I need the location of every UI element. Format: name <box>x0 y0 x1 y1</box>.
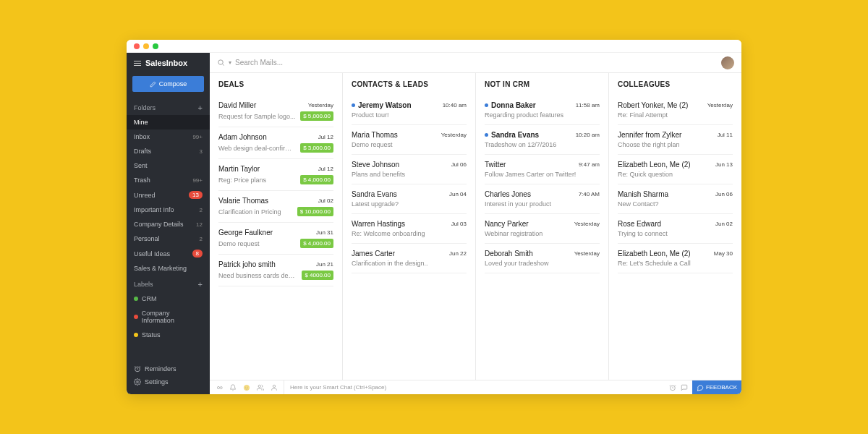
folder-badge: 8 <box>192 250 203 258</box>
mail-subject: Product tour! <box>352 111 389 119</box>
feedback-button[interactable]: FEEDBACK <box>692 380 741 395</box>
chat-icon[interactable] <box>681 384 688 391</box>
mail-sender: Deborah Smith <box>485 250 533 258</box>
folder-item[interactable]: Mine <box>127 115 210 129</box>
maximize-dot[interactable] <box>153 43 158 49</box>
mail-card[interactable]: Patrick joho smithJun 21Need business ca… <box>218 255 333 286</box>
person-icon[interactable] <box>271 384 278 391</box>
folder-item[interactable]: Sent <box>127 158 210 173</box>
emoji-icon[interactable] <box>243 384 250 391</box>
close-dot[interactable] <box>134 43 140 49</box>
folder-badge: 2 <box>200 236 203 242</box>
mail-subject: Clarification in Pricing <box>218 208 281 216</box>
mail-subject: Re: Welcome onboarding <box>352 230 425 237</box>
folder-item[interactable]: Important Info2 <box>127 203 210 217</box>
mail-card[interactable]: Warren HastingsJul 03Re: Welcome onboard… <box>352 214 467 244</box>
mail-card[interactable]: Charles Jones7:40 AMInterest in your pro… <box>485 184 600 214</box>
mail-card[interactable]: Twitter9:47 amFollow James Carter on Twi… <box>485 155 600 184</box>
mail-card[interactable]: Elizabeth Leon, Me (2)May 30Re: Let's Sc… <box>618 244 733 273</box>
people-icon[interactable] <box>257 384 264 391</box>
mail-subject: Need business cards desi... <box>218 272 297 279</box>
mail-sender: Jeremy Watson <box>352 101 412 109</box>
mail-subject: Loved your tradeshow <box>485 260 549 267</box>
feedback-icon <box>697 384 704 391</box>
infinity-icon[interactable] <box>216 384 223 391</box>
mail-card[interactable]: Robert Yonker, Me (2)YesterdayRe: Final … <box>618 95 733 125</box>
folder-item[interactable]: Inbox99+ <box>127 129 210 144</box>
mail-card[interactable]: Maria ThomasYesterdayDemo request <box>352 125 467 155</box>
mail-card[interactable]: Sandra EvansJun 04Latest upgrade? <box>352 184 467 214</box>
mail-subject: Webinar registration <box>485 230 542 237</box>
unread-dot <box>352 103 355 107</box>
folder-item[interactable]: Sales & Marketing <box>127 261 210 276</box>
search-input[interactable]: ▾ Search Mails... <box>217 59 717 67</box>
user-avatar[interactable] <box>721 56 734 69</box>
mail-card[interactable]: Donna Baker11:58 amRegarding product fea… <box>485 95 600 125</box>
folder-name: Unreed <box>134 192 156 199</box>
reminders-link[interactable]: Reminders <box>134 362 203 375</box>
mail-card[interactable]: David MillerYesterdayRequest for Sample … <box>218 95 333 127</box>
mail-card[interactable]: Rose EdwardJun 02Trying to connect <box>618 214 733 244</box>
mail-subject: Re: Let's Schedule a Call <box>618 260 691 267</box>
mail-card[interactable]: Sandra Evans10:20 amTradeshow on 12/7/20… <box>485 125 600 155</box>
label-item[interactable]: Company Information <box>127 306 210 328</box>
label-item[interactable]: CRM <box>127 292 210 306</box>
window-titlebar <box>127 40 741 53</box>
add-label-icon[interactable]: + <box>198 280 203 289</box>
mail-card[interactable]: Martin TaylorJul 12Reg: Price plans$ 4,0… <box>218 159 333 191</box>
mail-subject: Tradeshow on 12/7/2016 <box>485 141 556 148</box>
bell-icon[interactable] <box>229 384 237 391</box>
mail-sender: Valarie Thomas <box>218 197 268 205</box>
column-title: CONTACTS & LEADS <box>352 80 467 88</box>
bottom-right: FEEDBACK <box>669 380 741 395</box>
folder-name: Important Info <box>134 206 174 213</box>
mail-card[interactable]: George FaulknerJun 31Demo request$ 4,000… <box>218 223 333 255</box>
mail-card[interactable]: Elizabeth Leon, Me (2)Jun 13Re: Quick qu… <box>618 155 733 184</box>
folder-item[interactable]: Useful Ideas8 <box>127 246 210 261</box>
bottom-icons <box>210 380 284 394</box>
settings-label: Settings <box>145 378 169 386</box>
settings-link[interactable]: Settings <box>134 375 203 388</box>
mail-time: Jul 12 <box>318 134 333 140</box>
menu-icon[interactable] <box>134 61 141 66</box>
compose-button[interactable]: Compose <box>132 76 204 92</box>
mail-time: Yesterday <box>574 221 600 227</box>
mail-subject: Reg: Price plans <box>218 176 266 184</box>
labels-header-label: Labels <box>134 281 153 288</box>
minimize-dot[interactable] <box>143 43 149 49</box>
mail-time: May 30 <box>714 250 733 257</box>
add-folder-icon[interactable]: + <box>198 103 203 112</box>
folder-badge: 13 <box>189 191 203 199</box>
svg-point-4 <box>245 386 246 387</box>
folder-item[interactable]: Personal2 <box>127 231 210 246</box>
folder-item[interactable]: Trash99+ <box>127 173 210 187</box>
folder-name: Personal <box>134 235 160 242</box>
alarm-icon[interactable] <box>669 384 676 391</box>
mail-card[interactable]: Manish SharmaJun 06New Contact? <box>618 184 733 214</box>
folder-item[interactable]: Company Details12 <box>127 217 210 231</box>
compose-icon <box>150 81 156 88</box>
search-icon <box>217 59 225 67</box>
mail-card[interactable]: Valarie ThomasJul 02Clarification in Pri… <box>218 191 333 223</box>
mail-card[interactable]: Nancy ParkerYesterdayWebinar registratio… <box>485 214 600 244</box>
compose-label: Compose <box>159 80 187 88</box>
mail-sender: Robert Yonker, Me (2) <box>618 101 688 109</box>
folders-header-label: Folders <box>134 104 156 111</box>
folder-item[interactable]: Drafts3 <box>127 144 210 158</box>
mail-subject: Clarification in the design.. <box>352 260 428 267</box>
mail-card[interactable]: Steve JohnsonJul 06Plans and benefits <box>352 155 467 184</box>
folder-item[interactable]: Unreed13 <box>127 187 210 203</box>
mail-subject: Demo request <box>352 141 393 148</box>
mail-card[interactable]: James CarterJun 22Clarification in the d… <box>352 244 467 273</box>
mail-card[interactable]: Jeremy Watson10:40 amProduct tour! <box>352 95 467 125</box>
mail-card[interactable]: Jennifer from ZylkerJul 11Choose the rig… <box>618 125 733 155</box>
label-item[interactable]: Status <box>127 328 210 342</box>
mail-card[interactable]: Deborah SmithYesterdayLoved your tradesh… <box>485 244 600 273</box>
mail-subject: Web design deal-confirma... <box>218 145 296 152</box>
smart-chat-hint[interactable]: Here is your Smart Chat (Ctrl+Space) <box>284 384 669 391</box>
folder-name: Useful Ideas <box>134 250 170 258</box>
mail-time: Yesterday <box>574 250 600 257</box>
label-dot <box>134 333 138 337</box>
mail-card[interactable]: Adam JohnsonJul 12Web design deal-confir… <box>218 127 333 159</box>
sidebar-header: SalesInbox <box>127 53 210 73</box>
